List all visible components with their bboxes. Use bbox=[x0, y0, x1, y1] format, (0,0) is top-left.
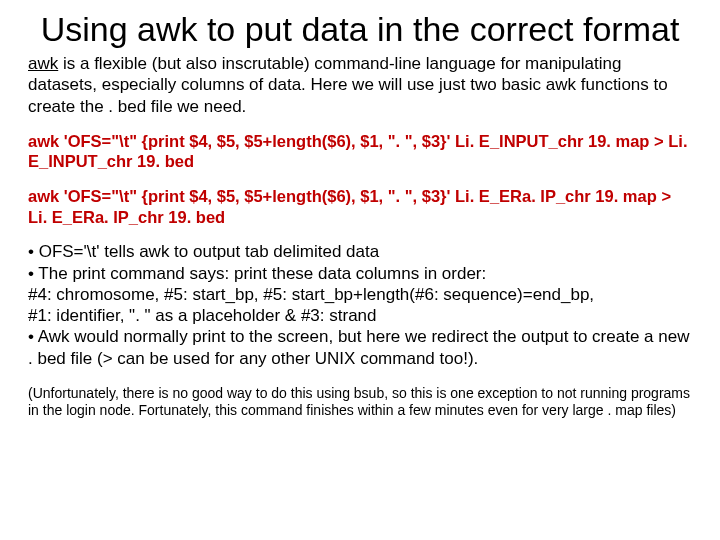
awk-command-1: awk 'OFS="\t" {print $4, $5, $5+length($… bbox=[28, 131, 692, 172]
slide: Using awk to put data in the correct for… bbox=[0, 0, 720, 540]
footnote: (Unfortunately, there is no good way to … bbox=[28, 385, 692, 419]
bullet-print: • The print command says: print these da… bbox=[28, 263, 692, 284]
bullet-ofs: • OFS='\t' tells awk to output tab delim… bbox=[28, 241, 692, 262]
bullet-columns-2: #1: identifier, ". " as a placeholder & … bbox=[28, 305, 692, 326]
intro-paragraph: awk is a flexible (but also inscrutable)… bbox=[28, 53, 692, 117]
bullet-columns-1: #4: chromosome, #5: start_bp, #5: start_… bbox=[28, 284, 692, 305]
awk-command-2: awk 'OFS="\t" {print $4, $5, $5+length($… bbox=[28, 186, 692, 227]
bullet-explanation: • OFS='\t' tells awk to output tab delim… bbox=[28, 241, 692, 369]
slide-title: Using awk to put data in the correct for… bbox=[28, 10, 692, 49]
bullet-redirect: • Awk would normally print to the screen… bbox=[28, 326, 692, 369]
